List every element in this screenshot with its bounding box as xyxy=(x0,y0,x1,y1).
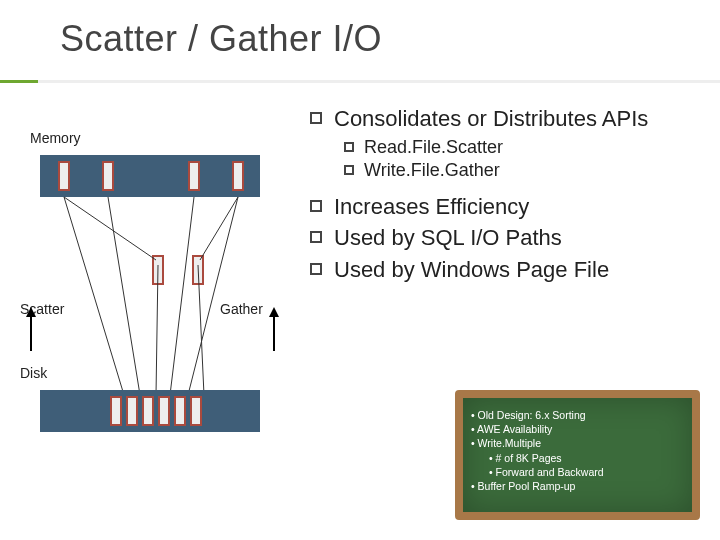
note-line: • # of 8K Pages xyxy=(489,451,684,465)
note-line: • Old Design: 6.x Sorting xyxy=(471,408,684,422)
slide-title: Scatter / Gather I/O xyxy=(60,18,382,60)
disk-segment xyxy=(142,396,154,426)
svg-line-7 xyxy=(200,197,238,260)
scatter-arrow-line xyxy=(30,315,32,351)
disk-label: Disk xyxy=(20,365,47,381)
bullet-marker-icon xyxy=(310,231,322,243)
bullet-text: Used by Windows Page File xyxy=(334,256,609,284)
bullet-list: Consolidates or Distributes APIs Read.Fi… xyxy=(310,105,705,287)
bullet-marker-icon xyxy=(310,200,322,212)
note-line: • AWE Availability xyxy=(471,422,684,436)
memory-label: Memory xyxy=(30,130,81,146)
scatter-arrow-head xyxy=(26,307,36,317)
svg-line-2 xyxy=(170,197,194,395)
bullet-marker-icon xyxy=(310,112,322,124)
disk-segment xyxy=(190,396,202,426)
svg-line-3 xyxy=(188,197,238,395)
gather-arrow-head xyxy=(269,307,279,317)
svg-line-4 xyxy=(156,265,158,395)
connection-lines xyxy=(40,155,280,415)
bullet-marker-icon xyxy=(344,165,354,175)
disk-segment xyxy=(126,396,138,426)
slide-root: Scatter / Gather I/O Memory Scatter Gath… xyxy=(0,0,720,540)
bullet-marker-icon xyxy=(310,263,322,275)
bullet-text: Used by SQL I/O Paths xyxy=(334,224,562,252)
sub-bullet-text: Write.File.Gather xyxy=(364,160,500,181)
bullet-item: Used by SQL I/O Paths xyxy=(310,224,705,252)
sub-bullet-item: Write.File.Gather xyxy=(344,160,705,181)
note-line: • Write.Multiple xyxy=(471,436,684,450)
sub-bullet-text: Read.File.Scatter xyxy=(364,137,503,158)
bullet-marker-icon xyxy=(344,142,354,152)
disk-segment xyxy=(174,396,186,426)
bullet-item: Consolidates or Distributes APIs xyxy=(310,105,705,133)
bullet-item: Used by Windows Page File xyxy=(310,256,705,284)
disk-block xyxy=(40,390,260,432)
bullet-text: Consolidates or Distributes APIs xyxy=(334,105,648,133)
gather-label: Gather xyxy=(220,301,263,317)
gather-arrow-line xyxy=(273,315,275,351)
svg-line-0 xyxy=(64,197,124,395)
sub-bullet-item: Read.File.Scatter xyxy=(344,137,705,158)
note-line: • Forward and Backward xyxy=(489,465,684,479)
chalkboard-content: • Old Design: 6.x Sorting • AWE Availabi… xyxy=(463,398,692,512)
svg-line-5 xyxy=(198,265,204,395)
accent-bar xyxy=(0,80,720,83)
diagram-area: Memory Scatter Gather Disk xyxy=(20,105,290,485)
bullet-text: Increases Efficiency xyxy=(334,193,529,221)
note-line: • Buffer Pool Ramp-up xyxy=(471,479,684,493)
disk-segment xyxy=(158,396,170,426)
chalkboard-note: • Old Design: 6.x Sorting • AWE Availabi… xyxy=(455,390,700,520)
svg-line-1 xyxy=(108,197,140,395)
disk-segment xyxy=(110,396,122,426)
bullet-item: Increases Efficiency xyxy=(310,193,705,221)
